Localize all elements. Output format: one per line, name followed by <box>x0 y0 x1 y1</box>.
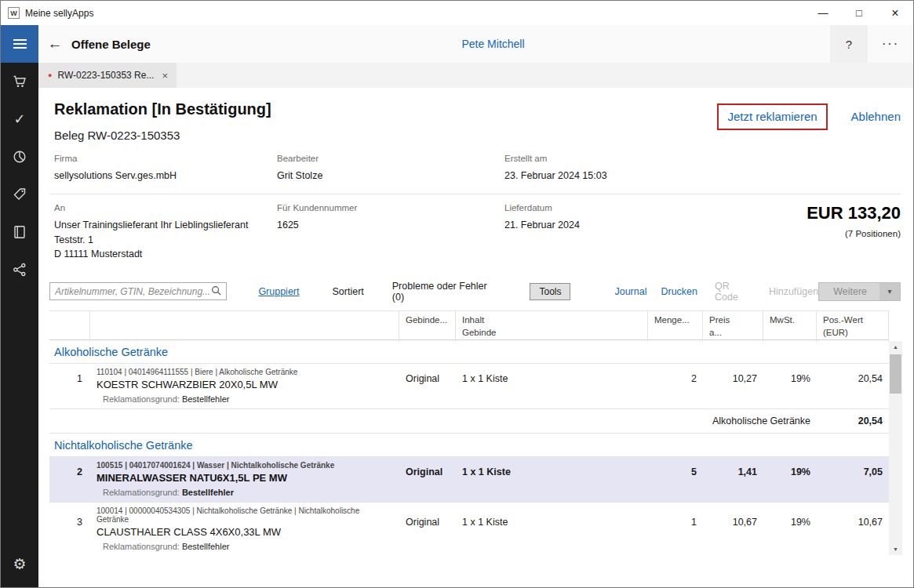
gruppiert-toggle[interactable]: Gruppiert <box>258 286 299 297</box>
weitere-dropdown-button[interactable]: Weitere ▾ <box>818 282 901 301</box>
help-icon[interactable]: ? <box>830 25 868 63</box>
row-mwst: 19% <box>763 503 817 541</box>
weitere-label: Weitere <box>819 283 879 300</box>
journal-book-icon[interactable] <box>1 213 38 251</box>
table-header-row: Gebinde... Inhalt Gebinde Menge... Preis… <box>49 310 889 340</box>
reason-label: Reklamationsgrund: <box>103 488 180 497</box>
reject-button[interactable]: Ablehnen <box>851 103 901 123</box>
group-total-row: Alkoholische Getränke 20,54 <box>49 409 889 434</box>
field-label: An <box>54 203 277 212</box>
scroll-down-icon[interactable]: ▼ <box>889 543 902 555</box>
vertical-scrollbar[interactable]: ▲ ▼ <box>889 341 902 555</box>
row-inhalt: 1 x 1 Kiste <box>456 457 648 487</box>
reclaim-now-button[interactable]: Jetzt reklamieren <box>727 110 817 123</box>
reason-value: Bestellfehler <box>182 488 234 497</box>
probleme-fehler-toggle[interactable]: Probleme oder Fehler (0) <box>392 281 491 303</box>
maximize-button[interactable]: □ <box>841 1 877 25</box>
back-arrow-icon[interactable]: ← <box>38 25 71 63</box>
document-total: EUR 133,20 (7 Positionen) <box>685 203 901 262</box>
tab-label: RW-0223-150353 Re... <box>57 70 154 81</box>
header-preis[interactable]: Preis a... <box>703 311 763 342</box>
field-label: Für Kundennummer <box>277 203 504 212</box>
group-header-nichtalkoholische: Nichtalkoholische Getränke <box>49 434 889 457</box>
group-total-value: 20,54 <box>817 416 889 426</box>
total-amount: EUR 133,20 <box>685 203 901 223</box>
tab-strip: ● RW-0223-150353 Re... × <box>38 63 913 88</box>
minimize-button[interactable]: — <box>805 1 841 25</box>
pie-chart-icon[interactable] <box>1 138 38 176</box>
hinzufuegen-link: Hinzufügen <box>769 286 818 297</box>
scrollbar-thumb[interactable] <box>890 354 901 394</box>
row-menge: 5 <box>648 457 703 487</box>
search-icon <box>211 285 221 298</box>
scrollbar-track[interactable] <box>889 353 902 543</box>
table-row[interactable]: 1 110104 | 04014964111555 | Biere | Alko… <box>49 364 889 394</box>
toolbar: Gruppiert Sortiert Probleme oder Fehler … <box>49 281 901 301</box>
field-label: Firma <box>54 154 277 163</box>
positions-table: Gebinde... Inhalt Gebinde Menge... Preis… <box>49 310 902 555</box>
row-preis: 10,67 <box>703 503 763 541</box>
field-erstellt-am: Erstellt am 23. Februar 2024 15:03 <box>504 154 901 183</box>
highlight-annotation-box: Jetzt reklamieren <box>717 103 827 130</box>
field-lieferdatum: Lieferdatum 21. Februar 2024 <box>504 203 685 262</box>
row-inhalt: 1 x 1 Kiste <box>456 364 648 394</box>
row-number: 2 <box>49 457 90 487</box>
reason-value: Bestellfehler <box>182 542 230 551</box>
table-row-selected[interactable]: 2 100515 | 04017074001624 | Wasser | Nic… <box>49 457 889 487</box>
row-wert: 7,05 <box>817 457 889 487</box>
row-menge: 2 <box>648 364 703 394</box>
search-input[interactable] <box>55 286 211 297</box>
tab-close-icon[interactable]: × <box>162 70 168 82</box>
window-title: Meine sellyApps <box>25 8 93 19</box>
tag-icon[interactable] <box>1 176 38 213</box>
header-mwst[interactable]: MwSt. <box>763 311 817 342</box>
row-meta: 100515 | 04017074001624 | Wasser | Nicht… <box>96 461 393 470</box>
document-tab[interactable]: ● RW-0223-150353 Re... × <box>38 63 177 88</box>
row-preis: 10,27 <box>703 364 763 394</box>
more-options-icon[interactable]: ··· <box>868 25 913 63</box>
header-inhalt-gebinde[interactable]: Inhalt Gebinde <box>456 311 648 342</box>
field-label: Lieferdatum <box>504 203 685 212</box>
field-value: 23. Februar 2024 15:03 <box>504 169 901 183</box>
drucken-link[interactable]: Drucken <box>661 286 697 297</box>
article-search-box[interactable] <box>49 282 227 300</box>
header-empty-2 <box>90 311 399 342</box>
field-value: sellysolutions Serv.ges.mbH <box>54 169 277 183</box>
check-icon[interactable]: ✓ <box>1 100 38 138</box>
reason-label: Reklamationsgrund: <box>103 542 180 551</box>
table-row[interactable]: 3 100014 | 00000040534305 | Nichtalkohol… <box>49 503 889 541</box>
share-icon[interactable] <box>1 251 38 289</box>
field-kundennummer: Für Kundennummer 1625 <box>277 203 504 262</box>
sortiert-toggle[interactable]: Sortiert <box>332 286 363 297</box>
header-menge[interactable]: Menge... <box>648 311 703 342</box>
reason-row: Reklamationsgrund: Bestellfehler <box>49 394 889 409</box>
row-gebinde: Original <box>399 364 456 394</box>
header-pos-wert[interactable]: Pos.-Wert (EUR) <box>817 311 889 342</box>
page-title: Offene Belege <box>71 38 151 51</box>
journal-link[interactable]: Journal <box>614 286 646 297</box>
row-number: 1 <box>49 364 90 394</box>
unsaved-dot-icon: ● <box>48 72 52 79</box>
gear-icon[interactable]: ⚙ <box>1 545 38 583</box>
group-total-label: Alkoholische Getränke <box>49 416 817 426</box>
document-title: Reklamation [In Bestätigung] <box>54 100 271 118</box>
row-gebinde: Original <box>399 503 456 541</box>
row-mwst: 19% <box>763 457 817 487</box>
hamburger-menu-button[interactable] <box>1 25 38 63</box>
header-gebinde[interactable]: Gebinde... <box>399 311 456 342</box>
user-link[interactable]: Pete Mitchell <box>461 38 524 50</box>
row-wert: 10,67 <box>817 503 889 541</box>
row-description: 110104 | 04014964111555 | Biere | Alkoho… <box>90 364 399 394</box>
field-firma: Firma sellysolutions Serv.ges.mbH <box>54 154 277 183</box>
close-button[interactable]: × <box>877 1 913 25</box>
field-an: An Unser Trainingslieferant Ihr Liebling… <box>54 203 277 262</box>
reason-row: Reklamationsgrund: Bestellfehler <box>49 541 889 555</box>
chevron-down-icon: ▾ <box>879 283 900 300</box>
field-value: Grit Stolze <box>277 169 504 183</box>
tools-button[interactable]: Tools <box>530 283 570 300</box>
cart-icon[interactable] <box>1 63 38 100</box>
scroll-up-icon[interactable]: ▲ <box>889 341 902 353</box>
app-icon: W <box>8 7 20 19</box>
row-wert: 20,54 <box>817 364 889 394</box>
row-inhalt: 1 x 1 Kiste <box>456 503 648 541</box>
